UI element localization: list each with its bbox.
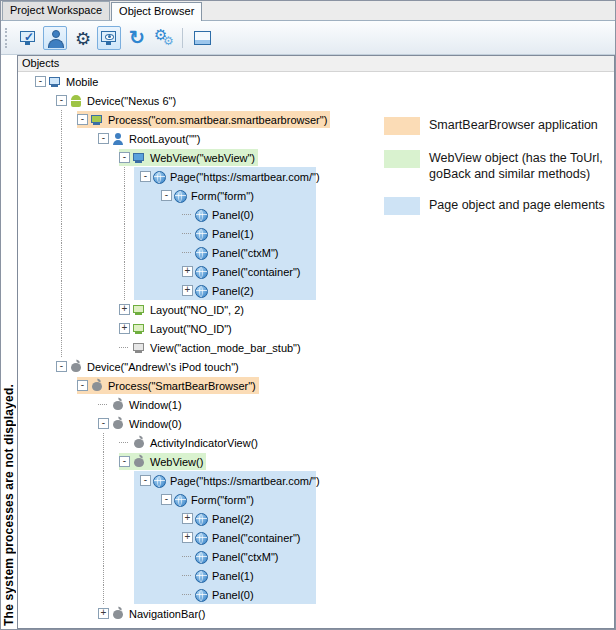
tree-item[interactable]: Panel(1): [18, 224, 614, 243]
tree-item[interactable]: -Device("Nexus 6"): [18, 91, 614, 110]
tree-item-content: View("action_mode_bar_stub"): [119, 339, 304, 356]
tree-item-content: ActivityIndicatorView(): [119, 434, 261, 451]
leaf-connector: [182, 585, 193, 604]
collapse-toggle[interactable]: -: [140, 171, 151, 182]
tree-item[interactable]: Window(1): [18, 395, 614, 414]
monitor-check-button[interactable]: ✓: [16, 26, 40, 50]
tree-item-content: +Panel("container"): [182, 263, 304, 280]
gear-button[interactable]: ⚙: [70, 26, 94, 50]
tree-indent-guide: [140, 186, 161, 205]
tree-indent-guide: [56, 490, 77, 509]
tree-item[interactable]: +Panel(2): [18, 509, 614, 528]
tree-indent-guide: [77, 490, 98, 509]
refresh-button[interactable]: ↻: [124, 26, 148, 50]
globe-icon: [195, 209, 208, 222]
collapse-toggle[interactable]: -: [98, 418, 109, 429]
gears-button[interactable]: ⚙⚙: [151, 26, 175, 50]
tree-indent-guide: [98, 262, 119, 281]
panel-window-button[interactable]: [190, 26, 214, 50]
layout-icon: [132, 303, 146, 317]
tree-item-label: Panel(2): [211, 513, 254, 525]
tree-indent-guide: [98, 490, 119, 509]
tree-item-content: Panel("ctxM"): [182, 244, 282, 261]
tree-item[interactable]: -Device("Andrew\'s iPod touch"): [18, 357, 614, 376]
tree-item-content: -Process("com.smartbear.smartbearbrowser…: [77, 111, 330, 128]
tree-item[interactable]: -WebView(): [18, 452, 614, 471]
globe-icon: [195, 589, 208, 602]
expand-toggle[interactable]: +: [119, 323, 130, 334]
tree-item[interactable]: -Window(0): [18, 414, 614, 433]
tab-object-browser[interactable]: Object Browser: [111, 2, 202, 21]
collapse-toggle[interactable]: -: [56, 361, 67, 372]
expand-toggle[interactable]: +: [119, 304, 130, 315]
monitor-eye-button[interactable]: [97, 26, 121, 50]
apple-icon: [111, 417, 125, 431]
tree-item[interactable]: +Panel(2): [18, 281, 614, 300]
collapse-toggle[interactable]: -: [35, 76, 46, 87]
tree-indent-guide: [98, 148, 119, 167]
globe-icon: [195, 247, 208, 260]
tree-indent-guide: [35, 167, 56, 186]
leaf-connector: [119, 433, 130, 452]
collapse-toggle[interactable]: -: [98, 133, 109, 144]
collapse-toggle[interactable]: -: [119, 456, 130, 467]
tree-item[interactable]: +Panel("container"): [18, 528, 614, 547]
tree-item[interactable]: Panel(0): [18, 585, 614, 604]
tree-indent-guide: [35, 414, 56, 433]
legend-swatch: [384, 117, 420, 135]
tree-item-label: Form("form"): [190, 190, 254, 202]
collapse-toggle[interactable]: -: [77, 380, 88, 391]
tree-indent-guide: [77, 414, 98, 433]
tree-item[interactable]: Panel(1): [18, 566, 614, 585]
tree-item-label: Layout("NO_ID", 2): [149, 304, 244, 316]
tree-item-content: -Page("https://smartbear.com/"): [140, 472, 323, 489]
objects-header: Objects: [18, 56, 614, 72]
expand-toggle[interactable]: +: [182, 532, 193, 543]
globe-icon: [174, 494, 187, 507]
tree-item[interactable]: +Panel("container"): [18, 262, 614, 281]
globe-icon: [195, 513, 208, 526]
collapse-toggle[interactable]: -: [161, 494, 172, 505]
tree-item-label: Process("com.smartbear.smartbearbrowser"…: [107, 114, 327, 126]
collapse-toggle[interactable]: -: [77, 114, 88, 125]
tree-indent-guide: [119, 509, 140, 528]
collapse-toggle[interactable]: -: [119, 152, 130, 163]
tab-project-workspace[interactable]: Project Workspace: [2, 1, 110, 20]
tree-item[interactable]: -Mobile: [18, 72, 614, 91]
user-button[interactable]: [43, 26, 67, 50]
tree-indent-guide: [77, 300, 98, 319]
tree-item[interactable]: +Layout("NO_ID"): [18, 319, 614, 338]
tree-item[interactable]: Panel("ctxM"): [18, 243, 614, 262]
object-tree[interactable]: -Mobile-Device("Nexus 6")-Process("com.s…: [18, 72, 614, 628]
tree-item-content: -Form("form"): [161, 491, 257, 508]
tree-item[interactable]: +Layout("NO_ID", 2): [18, 300, 614, 319]
globe-icon: [195, 532, 208, 545]
tree-item[interactable]: +NavigationBar(): [18, 604, 614, 623]
expand-toggle[interactable]: +: [182, 285, 193, 296]
tree-item-content: Panel(0): [182, 206, 257, 223]
tree-item-content: +Panel("container"): [182, 529, 304, 546]
tree-item[interactable]: View("action_mode_bar_stub"): [18, 338, 614, 357]
tree-item[interactable]: -Process("SmartBearBrowser"): [18, 376, 614, 395]
tree-item[interactable]: -Page("https://smartbear.com/"): [18, 471, 614, 490]
collapse-toggle[interactable]: -: [161, 190, 172, 201]
leaf-connector: [182, 224, 193, 243]
expand-toggle[interactable]: +: [98, 608, 109, 619]
tree-indent-guide: [98, 452, 119, 471]
tree-indent-guide: [35, 243, 56, 262]
collapse-toggle[interactable]: -: [56, 95, 67, 106]
tree-indent-guide: [35, 338, 56, 357]
monitor-globe-icon: [132, 151, 146, 165]
legend-item: Page object and page elements: [384, 197, 614, 215]
tree-indent-guide: [98, 433, 119, 452]
tree-item[interactable]: -Form("form"): [18, 490, 614, 509]
tree-indent-guide: [140, 490, 161, 509]
tree-item[interactable]: ActivityIndicatorView(): [18, 433, 614, 452]
tree-indent-guide: [35, 224, 56, 243]
monitor-eye-icon: [98, 27, 120, 49]
collapse-toggle[interactable]: -: [140, 475, 151, 486]
expand-toggle[interactable]: +: [182, 266, 193, 277]
tree-indent-guide: [77, 186, 98, 205]
tree-item[interactable]: Panel("ctxM"): [18, 547, 614, 566]
expand-toggle[interactable]: +: [182, 513, 193, 524]
